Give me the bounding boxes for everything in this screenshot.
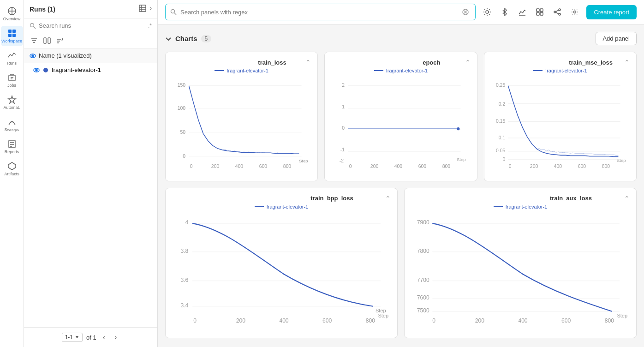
chart-epoch-title: epoch [398, 59, 465, 66]
sidebar-item-jobs[interactable]: Jobs [1, 70, 23, 90]
svg-text:7700: 7700 [417, 277, 429, 283]
svg-text:150: 150 [178, 83, 186, 88]
settings-icon-btn[interactable] [481, 6, 493, 18]
chart-title-row: train_loss ⌃ [172, 59, 311, 66]
svg-text:800: 800 [442, 164, 451, 169]
svg-text:0: 0 [508, 164, 511, 169]
columns-button[interactable] [42, 36, 52, 45]
grid-icon-btn[interactable] [534, 6, 546, 18]
svg-text:4: 4 [185, 219, 189, 226]
svg-text:3.4: 3.4 [180, 302, 188, 309]
share-icon-btn[interactable] [551, 6, 563, 18]
search-panels-icon [170, 9, 177, 15]
chart-card-train-bpp-loss: train_bpp_loss ⌃ fragrant-elevator-1 4 3… [165, 188, 398, 339]
chart-epoch-expand[interactable]: ⌃ [465, 59, 471, 66]
pagination-prev-button[interactable]: ‹ [100, 332, 108, 342]
svg-marker-10 [8, 96, 16, 103]
svg-rect-16 [139, 5, 146, 12]
svg-text:0: 0 [342, 126, 345, 131]
svg-text:600: 600 [418, 164, 427, 169]
svg-rect-45 [540, 12, 543, 15]
epoch-legend-line-icon [374, 70, 383, 71]
pagination-next-button[interactable]: › [112, 332, 119, 342]
svg-text:0.15: 0.15 [496, 119, 505, 124]
sidebar-item-automations[interactable]: Automat. [1, 92, 23, 113]
search-clear-icon[interactable] [460, 7, 471, 17]
svg-rect-26 [48, 38, 50, 43]
svg-text:400: 400 [518, 317, 527, 324]
filter-button[interactable] [30, 36, 39, 45]
chart-aux-legend: fragrant-elevator-1 [411, 204, 630, 209]
svg-line-36 [174, 13, 177, 15]
collapse-charts-button[interactable] [165, 36, 172, 42]
run-item[interactable]: fragrant-elevator-1 [24, 63, 157, 77]
chart-train-loss-legend-label: fragrant-elevator-1 [227, 68, 268, 73]
sidebar-automations-label: Automat. [3, 105, 20, 110]
svg-text:400: 400 [279, 317, 288, 324]
sidebar-item-workspace[interactable]: Workspace [1, 26, 23, 46]
chart-icon-btn[interactable] [516, 6, 528, 18]
svg-text:600: 600 [259, 164, 268, 169]
mse-legend-line-icon [533, 70, 543, 71]
svg-point-20 [30, 23, 34, 27]
bluetooth-icon-btn[interactable] [499, 6, 511, 18]
run-color-dot [43, 68, 48, 72]
bpp-legend-line-icon [255, 206, 264, 207]
chart-aux-legend-label: fragrant-elevator-1 [506, 204, 548, 209]
chart-aux-container: 7900 7800 7700 7600 7500 0 200 400 600 8… [411, 213, 630, 332]
sidebar-item-artifacts[interactable]: Artifacts [1, 159, 23, 179]
sort-button[interactable] [55, 36, 65, 45]
search-panels-input[interactable] [180, 9, 457, 16]
charts-header: Charts 5 Add panel [165, 32, 637, 45]
svg-text:200: 200 [530, 164, 538, 169]
chart-epoch-legend-label: fragrant-elevator-1 [386, 68, 428, 73]
chevron-down-icon [75, 335, 79, 340]
sidebar-item-sweeps[interactable]: Sweeps [1, 114, 23, 135]
svg-text:400: 400 [394, 164, 403, 169]
svg-text:2: 2 [342, 83, 345, 88]
sidebar-sweeps-label: Sweeps [4, 127, 19, 132]
sidebar-item-overview[interactable]: Overview [1, 4, 23, 24]
charts-grid-top: train_loss ⌃ fragrant-elevator-1 150 100… [165, 52, 637, 181]
chart-mse-legend: fragrant-elevator-1 [491, 68, 630, 73]
svg-text:7800: 7800 [417, 248, 429, 254]
sidebar-artifacts-label: Artifacts [4, 172, 19, 176]
svg-text:0: 0 [349, 164, 352, 169]
filter-bar [24, 33, 157, 48]
expand-icon[interactable]: › [150, 5, 152, 13]
chart-train-loss-legend: fragrant-elevator-1 [172, 68, 311, 73]
svg-line-21 [34, 26, 36, 29]
svg-point-47 [554, 11, 556, 13]
runs-pagination: 1-1 of 1 ‹ › [24, 327, 157, 347]
main-content: Create report Charts 5 Add panel [158, 0, 644, 347]
create-report-button[interactable]: Create report [586, 5, 637, 19]
svg-text:50: 50 [180, 130, 186, 135]
add-panel-button[interactable]: Add panel [596, 32, 637, 45]
table-view-icon[interactable] [139, 5, 146, 13]
chart-bpp-title-row: train_bpp_loss ⌃ [172, 195, 391, 202]
gear-icon-btn[interactable] [569, 6, 581, 18]
sidebar-item-reports[interactable]: Reports [1, 137, 23, 157]
svg-text:400: 400 [554, 164, 562, 169]
sidebar-workspace-label: Workspace [1, 39, 22, 43]
svg-text:200: 200 [211, 164, 220, 169]
chart-aux-expand[interactable]: ⌃ [624, 195, 630, 202]
sidebar-item-runs[interactable]: Runs [1, 48, 23, 68]
chart-train-loss-expand[interactable]: ⌃ [305, 59, 311, 66]
svg-text:800: 800 [283, 164, 292, 169]
chart-card-train-loss: train_loss ⌃ fragrant-elevator-1 150 100… [165, 52, 318, 181]
svg-text:800: 800 [366, 317, 375, 324]
svg-text:1: 1 [342, 104, 345, 109]
pagination-range[interactable]: 1-1 [62, 333, 83, 342]
svg-text:3.6: 3.6 [180, 277, 188, 283]
search-runs-input[interactable] [39, 22, 145, 29]
chart-mse-expand[interactable]: ⌃ [624, 59, 630, 66]
chart-train-loss-title: train_loss [239, 59, 306, 66]
chart-bpp-expand[interactable]: ⌃ [385, 195, 391, 202]
svg-text:600: 600 [578, 164, 586, 169]
svg-point-35 [171, 10, 175, 13]
svg-text:0.1: 0.1 [498, 135, 505, 140]
aux-legend-line-icon [494, 206, 503, 207]
svg-marker-34 [76, 336, 78, 338]
chart-aux-title: train_aux_loss [518, 195, 624, 202]
